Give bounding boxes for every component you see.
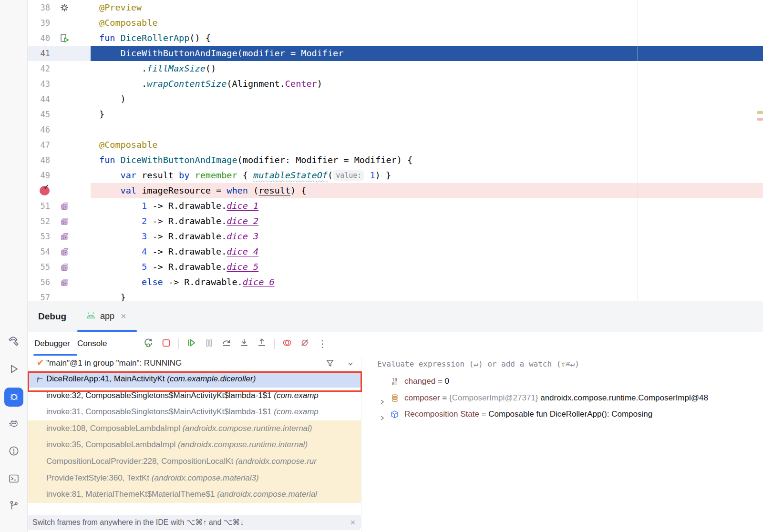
mute-breakpoints-button[interactable] bbox=[282, 338, 292, 349]
code-text[interactable]: } bbox=[91, 290, 763, 302]
gutter[interactable]: 56 bbox=[27, 275, 91, 290]
code-text[interactable]: } bbox=[91, 107, 763, 122]
view-breakpoints-button[interactable] bbox=[299, 338, 310, 349]
line-number[interactable]: 47 bbox=[27, 137, 50, 153]
gutter[interactable]: 40 bbox=[27, 31, 91, 46]
gutter[interactable]: ✓ bbox=[27, 183, 91, 198]
line-number[interactable]: 46 bbox=[27, 122, 50, 137]
code-text[interactable]: 4 -> R.drawable.dice_4 bbox=[91, 244, 763, 259]
line-number[interactable]: 41 bbox=[27, 46, 50, 61]
step-over-button[interactable] bbox=[221, 338, 232, 349]
filter-icon[interactable] bbox=[325, 358, 335, 370]
chevron-right-icon[interactable] bbox=[379, 411, 385, 423]
frame-row[interactable]: invoke:32, ComposableSingletons$MainActi… bbox=[27, 388, 361, 404]
code-text[interactable] bbox=[91, 122, 763, 137]
tool-stripe-run[interactable] bbox=[4, 360, 23, 379]
code-text[interactable]: fun DiceWithButtonAndImage(modifier: Mod… bbox=[91, 153, 763, 168]
code-text[interactable]: var result by remember { mutableStateOf(… bbox=[91, 168, 763, 183]
line-number[interactable]: 45 bbox=[27, 107, 50, 122]
frame-row[interactable]: invoke:81, MaterialThemeKt$MaterialTheme… bbox=[27, 486, 361, 503]
dice-icon[interactable] bbox=[59, 215, 70, 227]
pause-button[interactable] bbox=[204, 338, 214, 349]
code-text[interactable]: @Composable bbox=[91, 137, 763, 153]
line-number[interactable]: 48 bbox=[27, 153, 50, 168]
code-text[interactable]: .fillMaxSize() bbox=[91, 61, 763, 76]
code-text[interactable]: 2 -> R.drawable.dice_2 bbox=[91, 214, 763, 229]
dice-icon[interactable] bbox=[59, 246, 70, 257]
code-text[interactable]: ) bbox=[91, 92, 763, 107]
frame-row[interactable]: DiceRollerApp:41, MainActivityKt (com.ex… bbox=[27, 371, 361, 388]
line-number[interactable]: 38 bbox=[27, 0, 50, 15]
tab-console[interactable]: Console bbox=[75, 332, 109, 355]
dice-icon[interactable] bbox=[59, 276, 70, 288]
tool-stripe-version-control[interactable] bbox=[4, 497, 23, 516]
gutter[interactable]: 55 bbox=[27, 259, 91, 275]
line-number[interactable]: 55 bbox=[27, 259, 50, 275]
line-number[interactable]: 52 bbox=[27, 214, 50, 229]
gutter[interactable]: 47 bbox=[27, 137, 91, 153]
gutter[interactable]: 45 bbox=[27, 107, 91, 122]
dice-icon[interactable] bbox=[59, 231, 70, 242]
line-number[interactable]: 51 bbox=[27, 198, 50, 214]
line-number[interactable]: 53 bbox=[27, 229, 50, 244]
code-text[interactable]: DiceWithButtonAndImage(modifier = Modifi… bbox=[91, 46, 763, 61]
variable-row[interactable]: Recomposition State = Composable fun Dic… bbox=[361, 406, 763, 423]
tool-stripe-terminal[interactable] bbox=[4, 470, 23, 489]
tool-stripe-build[interactable] bbox=[4, 333, 23, 352]
gutter[interactable]: 54 bbox=[27, 244, 91, 259]
gutter[interactable]: 43 bbox=[27, 76, 91, 92]
frame-row[interactable]: invoke:35, ComposableLambdaImpl (android… bbox=[27, 437, 361, 453]
frame-row[interactable]: invoke:108, ComposableLambdaImpl (androi… bbox=[27, 420, 361, 437]
frame-row[interactable]: CompositionLocalProvider:228, Compositio… bbox=[27, 453, 361, 470]
line-number[interactable]: 42 bbox=[27, 61, 50, 76]
line-number[interactable]: 49 bbox=[27, 168, 50, 183]
thread-selector[interactable]: ✔ "main"@1 in group "main": RUNNING bbox=[27, 356, 361, 371]
evaluate-expression-input[interactable]: Evaluate expression (↵) or add a watch (… bbox=[361, 356, 763, 373]
gutter[interactable]: 52 bbox=[27, 214, 91, 229]
gutter[interactable]: 41 bbox=[27, 46, 91, 61]
gutter[interactable]: 48 bbox=[27, 153, 91, 168]
code-text[interactable]: 3 -> R.drawable.dice_3 bbox=[91, 229, 763, 244]
stop-button[interactable] bbox=[161, 338, 171, 349]
variable-row[interactable]: composer = {ComposerImpl@27371} androidx… bbox=[361, 390, 763, 407]
frame-row[interactable]: ProvideTextStyle:360, TextKt (androidx.c… bbox=[27, 470, 361, 487]
code-text[interactable]: @Preview bbox=[91, 0, 763, 15]
tool-stripe-debug[interactable] bbox=[4, 388, 23, 407]
close-icon[interactable]: × bbox=[121, 311, 126, 322]
preview-run-icon[interactable] bbox=[59, 32, 70, 44]
close-icon[interactable]: × bbox=[350, 515, 355, 530]
gutter[interactable]: 53 bbox=[27, 229, 91, 244]
line-number[interactable]: 39 bbox=[27, 15, 50, 31]
line-number[interactable]: 57 bbox=[27, 290, 50, 302]
frame-row[interactable]: invoke:31, ComposableSingletons$MainActi… bbox=[27, 404, 361, 420]
code-text[interactable]: .wrapContentSize(Alignment.Center) bbox=[91, 76, 763, 92]
line-number[interactable]: 40 bbox=[27, 31, 50, 46]
dice-icon[interactable] bbox=[59, 261, 70, 273]
step-into-button[interactable] bbox=[239, 338, 249, 349]
line-number[interactable]: 43 bbox=[27, 76, 50, 92]
tool-stripe-logcat[interactable] bbox=[4, 415, 23, 434]
code-text[interactable]: @Composable bbox=[91, 15, 763, 31]
code-text[interactable]: fun DiceRollerApp() { bbox=[91, 31, 763, 46]
gutter[interactable]: 38 bbox=[27, 0, 91, 15]
gutter[interactable]: 51 bbox=[27, 198, 91, 214]
gutter[interactable]: 39 bbox=[27, 15, 91, 31]
variable-row[interactable]: 1001changed = 0 bbox=[361, 373, 763, 390]
chevron-right-icon[interactable] bbox=[379, 395, 385, 407]
dice-icon[interactable] bbox=[59, 200, 70, 212]
step-out-button[interactable] bbox=[257, 338, 267, 349]
tool-stripe-problems[interactable] bbox=[4, 442, 23, 461]
gutter[interactable]: 46 bbox=[27, 122, 91, 137]
chevron-down-icon[interactable] bbox=[347, 360, 354, 369]
tab-debugger[interactable]: Debugger bbox=[32, 332, 72, 355]
line-number[interactable]: 54 bbox=[27, 244, 50, 259]
resume-button[interactable] bbox=[186, 338, 196, 349]
code-text[interactable]: val imageResource = when (result) { bbox=[91, 183, 763, 198]
code-text[interactable]: else -> R.drawable.dice_6 bbox=[91, 275, 763, 290]
gear-icon[interactable] bbox=[59, 2, 70, 13]
code-text[interactable]: 1 -> R.drawable.dice_1 bbox=[91, 198, 763, 214]
more-button[interactable]: ⋮ bbox=[317, 338, 328, 349]
gutter[interactable]: 57 bbox=[27, 290, 91, 302]
gutter[interactable]: 42 bbox=[27, 61, 91, 76]
gutter[interactable]: 44 bbox=[27, 92, 91, 107]
